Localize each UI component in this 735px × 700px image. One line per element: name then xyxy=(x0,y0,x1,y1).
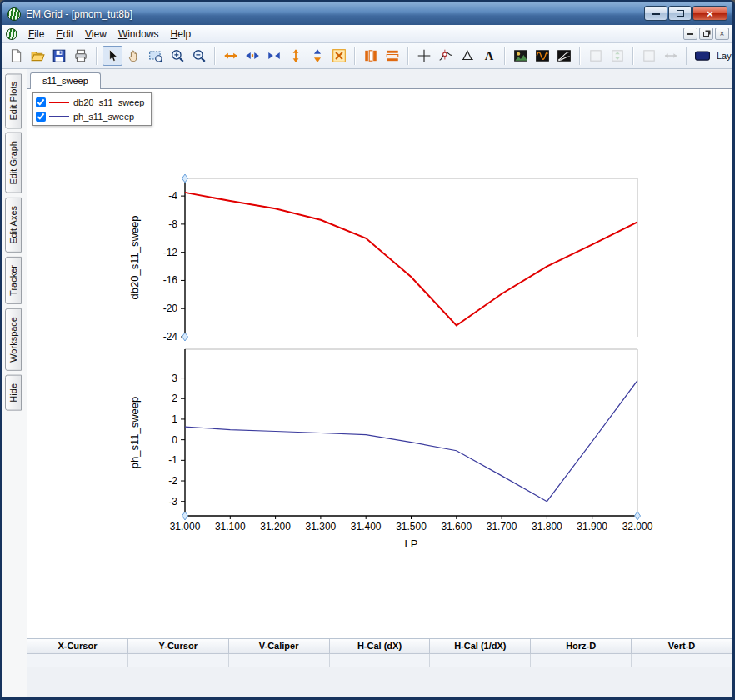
mdi-close-button[interactable]: × xyxy=(715,28,729,40)
legend-item-db20: db20_s11_sweep xyxy=(36,95,144,109)
waveform-dark-icon[interactable] xyxy=(532,46,552,66)
mdi-restore-icon xyxy=(703,32,709,37)
x-tick-label: 31.500 xyxy=(396,521,427,532)
zoom-out-icon[interactable] xyxy=(189,46,209,66)
legend-label: ph_s11_sweep xyxy=(73,112,134,122)
series-ph_s11_sweep xyxy=(185,381,638,502)
toolbar-separator xyxy=(686,47,688,65)
mdi-minimize-button[interactable] xyxy=(683,28,698,40)
print-icon[interactable] xyxy=(71,46,91,66)
h-arrows-out-icon[interactable] xyxy=(242,46,262,66)
legend-checkbox-ph[interactable] xyxy=(36,112,46,122)
maximize-button[interactable] xyxy=(668,6,692,21)
y-tick-label: 2 xyxy=(172,392,178,404)
new-icon[interactable] xyxy=(6,46,26,66)
sidebar-item-hide[interactable]: Hide xyxy=(5,375,22,411)
y-scroll-icon xyxy=(608,46,628,66)
zoom-region-icon[interactable] xyxy=(146,46,166,66)
image-export-icon[interactable] xyxy=(511,46,531,66)
y-tick-label: -24 xyxy=(163,331,178,342)
status-table-header: X-Cursor Y-Cursor V-Caliper H-Cal (dX) H… xyxy=(28,639,732,654)
pan-hand-icon[interactable] xyxy=(124,46,144,66)
x-tick-label: 31.400 xyxy=(351,521,382,532)
status-col-y-cursor: Y-Cursor xyxy=(128,639,229,654)
h-expand-icon[interactable] xyxy=(221,46,241,66)
sidebar-item-tracker[interactable]: Tracker xyxy=(5,257,22,304)
row-layout-icon[interactable] xyxy=(382,46,402,66)
plot-area: db20_s11_sweep ph_s11_sweep -4-8-12-16-2… xyxy=(28,89,732,638)
tab-s11-sweep[interactable]: s11_sweep xyxy=(30,72,101,89)
sidebar-item-edit-graph[interactable]: Edit Graph xyxy=(5,132,22,193)
select-cursor-icon[interactable] xyxy=(102,46,122,66)
status-col-horz-d: Horz-D xyxy=(531,639,632,654)
x-axis-label: LP xyxy=(405,538,418,550)
toolbar-separator xyxy=(408,47,409,65)
mdi-restore-button[interactable] xyxy=(699,28,713,40)
menu-item-edit[interactable]: Edit xyxy=(50,27,79,42)
h-arrows-in-icon[interactable] xyxy=(264,46,284,66)
sidebar-item-edit-axes[interactable]: Edit Axes xyxy=(5,198,22,252)
status-col-x-cursor: X-Cursor xyxy=(28,639,128,654)
y-autoscale-icon xyxy=(586,46,606,66)
sidebar-item-edit-plots[interactable]: Edit Plots xyxy=(5,73,22,128)
y-tick-label: 0 xyxy=(172,434,178,446)
open-icon[interactable] xyxy=(28,46,48,66)
menu-item-help[interactable]: Help xyxy=(165,27,198,42)
app-icon xyxy=(8,8,21,21)
status-col-vert-d: Vert-D xyxy=(632,639,732,654)
x-tick-label: 31.600 xyxy=(441,521,472,532)
menu-item-file[interactable]: File xyxy=(22,27,50,42)
status-cell xyxy=(229,654,330,668)
curves-dark-icon[interactable] xyxy=(554,46,574,66)
legend-line-sample-red xyxy=(49,102,69,103)
fit-data-icon[interactable] xyxy=(329,46,349,66)
x-axis-handle-left[interactable] xyxy=(182,512,188,520)
v-arrows-icon[interactable] xyxy=(308,46,328,66)
layout-icon[interactable] xyxy=(692,46,712,66)
chart-canvas[interactable]: -4-8-12-16-20-24db20_s11_sweep3210-1-2-3… xyxy=(100,158,675,574)
x-tick-label: 31.100 xyxy=(215,521,246,532)
y-axis-label: ph_s11_sweep xyxy=(128,397,141,469)
delta-marker-icon[interactable] xyxy=(458,46,478,66)
close-button[interactable]: × xyxy=(692,6,728,21)
titlebar: EM.Grid - [pmom_tut8b] × xyxy=(2,2,732,25)
svg-text:A: A xyxy=(485,49,494,62)
toolbar: ALayout xyxy=(2,43,732,69)
mdi-minimize-icon xyxy=(688,33,693,35)
minimize-button[interactable] xyxy=(644,6,668,21)
x-tick-label: 31.900 xyxy=(577,521,608,532)
y-tick-label: -4 xyxy=(168,190,178,202)
x-tick-label: 31.000 xyxy=(170,521,201,532)
maximize-icon xyxy=(677,10,684,17)
menu-item-view[interactable]: View xyxy=(79,27,112,42)
x-tick-label: 31.200 xyxy=(260,521,291,532)
legend-label: db20_s11_sweep xyxy=(73,98,144,108)
toolbar-separator xyxy=(214,47,216,65)
status-cell xyxy=(128,654,229,668)
menu-item-windows[interactable]: Windows xyxy=(112,27,165,42)
y-axis-handle-bottom[interactable] xyxy=(182,332,188,341)
legend-checkbox-db20[interactable] xyxy=(36,98,46,108)
y-axis-handle-top[interactable] xyxy=(182,174,188,182)
save-icon[interactable] xyxy=(49,46,69,66)
status-cell xyxy=(632,654,732,668)
text-annotation-icon[interactable]: A xyxy=(479,46,499,66)
y-tick-label: -20 xyxy=(163,302,178,314)
column-layout-icon[interactable] xyxy=(361,46,381,66)
status-col-v-caliper: V-Caliper xyxy=(229,639,330,654)
toolbar-separator xyxy=(579,47,581,65)
layout-label: Layout xyxy=(717,51,732,61)
document-tabbar: s11_sweep xyxy=(28,69,732,89)
x-axis-handle-right[interactable] xyxy=(635,512,641,520)
zoom-in-icon[interactable] xyxy=(168,46,188,66)
y-tick-label: -3 xyxy=(168,496,178,508)
trace-marker-icon[interactable] xyxy=(436,46,456,66)
sidebar-item-workspace[interactable]: Workspace xyxy=(5,308,22,371)
y-tick-label: -16 xyxy=(163,274,178,286)
v-expand-icon[interactable] xyxy=(286,46,306,66)
y-tick-label: -12 xyxy=(163,247,178,258)
crosshair-icon[interactable] xyxy=(414,46,434,66)
x-tick-label: 31.800 xyxy=(532,521,562,532)
series-db20_s11_sweep xyxy=(185,192,638,326)
sidebar: Edit Plots Edit Graph Edit Axes Tracker … xyxy=(2,69,28,698)
